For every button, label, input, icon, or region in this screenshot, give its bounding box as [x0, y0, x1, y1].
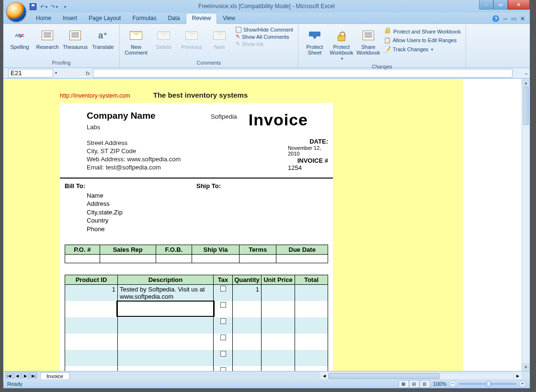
cell-productid[interactable]: 1 [65, 285, 118, 302]
checkbox-icon[interactable] [220, 318, 226, 324]
zoom-slider[interactable] [459, 383, 516, 385]
tab-data[interactable]: Data [162, 13, 185, 23]
scroll-thumb-v[interactable] [523, 87, 529, 125]
checkbox-icon[interactable] [220, 367, 226, 371]
view-page-layout[interactable]: ▤ [409, 380, 420, 388]
namebox-dropdown[interactable]: ▾ [55, 71, 57, 75]
invoice-num-label: INVOICE # [290, 157, 328, 164]
checkbox-icon[interactable] [220, 335, 226, 340]
delete-comment-button: Delete [150, 26, 177, 59]
name-box[interactable] [8, 69, 53, 78]
th-total: Total [295, 275, 328, 285]
window-title: FreeInvoice.xls [Compatibility Mode] - M… [3, 3, 530, 10]
tab-review[interactable]: Review [186, 13, 217, 24]
cell-description[interactable]: Tested by Softpedia. Visit us at www.sof… [118, 285, 214, 302]
protect-workbook-icon [338, 35, 345, 41]
zoom-out[interactable]: − [449, 381, 456, 387]
invoice-document: http://inventory-system.com The best inv… [3, 79, 463, 371]
tab-view[interactable]: View [217, 13, 241, 23]
tab-page-layout[interactable]: Page Layout [83, 13, 126, 23]
scroll-thumb-h[interactable] [329, 373, 440, 379]
checkbox-icon[interactable] [220, 302, 226, 308]
comment-options: Show/Hide Comment ✎Show All Comments ✎Sh… [234, 26, 295, 59]
scroll-left-arrow[interactable]: ◀ [320, 374, 328, 378]
zoom-in[interactable]: + [519, 381, 526, 387]
view-page-break[interactable]: ▥ [420, 380, 430, 388]
ribbon-body: Spelling Research Thesaurus a⁺Translate … [3, 24, 530, 68]
group-proofing-label: Proofing [6, 59, 116, 67]
company-street: Street Address [87, 139, 249, 147]
line-item-row[interactable] [65, 366, 328, 371]
spelling-button[interactable]: Spelling [6, 26, 33, 59]
new-comment-button[interactable]: New Comment [123, 26, 149, 59]
checkbox-icon[interactable] [220, 286, 226, 291]
cell-tax[interactable] [214, 285, 233, 302]
track-changes[interactable]: 📝Track Changes▾ [383, 45, 462, 54]
tab-home[interactable]: Home [30, 13, 57, 23]
cell-total[interactable] [295, 285, 328, 302]
share-workbook-button[interactable]: Share Workbook [355, 26, 382, 63]
title-bar: ↶▾ ↷▾ ▾ FreeInvoice.xls [Compatibility M… [3, 0, 530, 12]
office-button[interactable] [6, 2, 26, 22]
ribbon-restore-mdi[interactable]: ▭ [511, 15, 516, 22]
ribbon-close-mdi[interactable]: ✕ [520, 15, 525, 22]
view-buttons: ▦ ▤ ▥ [399, 380, 430, 388]
thesaurus-button[interactable]: Thesaurus [62, 26, 89, 59]
bill-name: Name [87, 191, 196, 200]
spelling-icon [15, 33, 24, 38]
show-ink[interactable]: ✎Show Ink [236, 41, 293, 47]
sheet-tab-invoice[interactable]: Invoice [40, 372, 69, 380]
research-button[interactable]: Research [34, 26, 61, 59]
tab-nav-last[interactable]: ▶| [30, 372, 37, 380]
maximize-button[interactable]: ▭ [493, 0, 508, 10]
invoice-title: Invoice [249, 111, 328, 129]
fx-label[interactable]: fx [86, 70, 90, 76]
view-normal[interactable]: ▦ [399, 380, 409, 388]
line-item-row[interactable] [65, 334, 328, 350]
company-block: Company Name Softpedia Labs Street Addre… [65, 111, 249, 172]
zoom-level[interactable]: 100% [433, 381, 446, 387]
cell-quantity[interactable]: 1 [233, 285, 262, 302]
tab-nav-prev[interactable]: ◀ [13, 372, 21, 380]
tab-nav-next[interactable]: ▶ [22, 372, 29, 380]
scroll-down-arrow[interactable]: ▼ [522, 363, 530, 371]
line-item-row[interactable] [65, 301, 328, 317]
protect-share-workbook[interactable]: Protect and Share Workbook [383, 28, 462, 35]
tab-formulas[interactable]: Formulas [126, 13, 162, 23]
zoom-thumb[interactable] [487, 381, 490, 387]
allow-users-edit[interactable]: 📋Allow Users to Edit Ranges [383, 36, 462, 45]
sheet-content[interactable]: http://inventory-system.com The best inv… [3, 79, 522, 371]
protect-sheet-button[interactable]: Protect Sheet [301, 26, 328, 63]
line-item-row[interactable]: 1 Tested by Softpedia. Visit us at www.s… [65, 285, 328, 302]
protect-workbook-button[interactable]: Protect Workbook▾ [328, 26, 355, 63]
line-item-row[interactable] [65, 317, 328, 334]
translate-button[interactable]: a⁺Translate [90, 26, 116, 59]
checkbox-icon[interactable] [220, 351, 226, 357]
banner-link[interactable]: http://inventory-system.com [60, 92, 130, 99]
ribbon-minimize-mdi[interactable]: ─ [503, 15, 507, 22]
th-tax: Tax [214, 275, 233, 285]
previous-comment-icon [185, 31, 198, 40]
new-comment-icon [130, 31, 142, 40]
scroll-right-arrow[interactable]: ▶ [514, 374, 522, 378]
tab-insert[interactable]: Insert [57, 13, 83, 23]
show-all-comments[interactable]: ✎Show All Comments [236, 34, 293, 40]
formula-bar-expand[interactable]: ⌄ [522, 70, 530, 76]
vertical-scrollbar[interactable]: ▲ ▼ [522, 79, 530, 371]
next-comment-icon [213, 31, 226, 40]
app-window: ↶▾ ↷▾ ▾ FreeInvoice.xls [Compatibility M… [3, 0, 530, 389]
show-hide-comment[interactable]: Show/Hide Comment [236, 27, 293, 33]
tab-nav-first[interactable]: |◀ [5, 372, 13, 380]
cell-unitprice[interactable] [262, 285, 295, 302]
order-info-row[interactable] [65, 255, 328, 263]
minimize-button[interactable]: ─ [479, 0, 493, 10]
close-button[interactable]: ✕ [508, 0, 530, 10]
research-icon [42, 31, 53, 40]
group-comments-label: Comments [123, 59, 295, 67]
window-controls: ─ ▭ ✕ [479, 0, 530, 10]
status-ready: Ready [7, 381, 23, 387]
help-icon[interactable]: ? [492, 15, 499, 22]
scroll-up-arrow[interactable]: ▲ [522, 79, 530, 87]
checkbox-icon [236, 27, 241, 33]
line-item-row[interactable] [65, 350, 328, 366]
